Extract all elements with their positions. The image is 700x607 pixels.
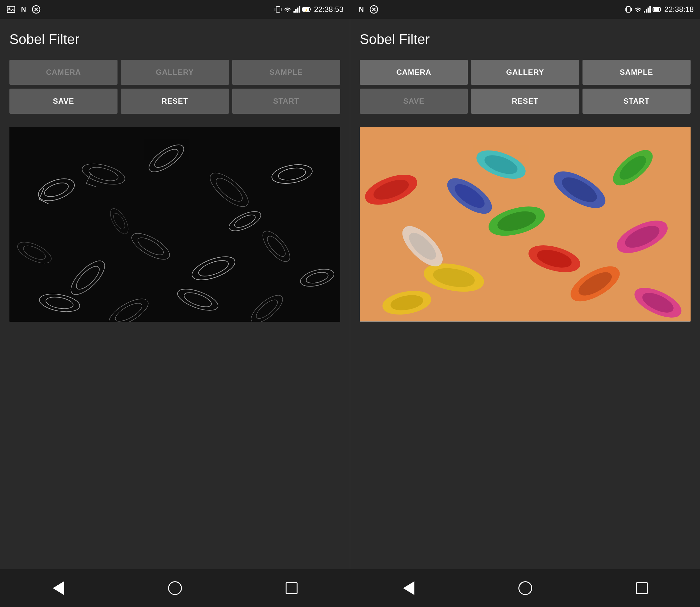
svg-rect-11 (297, 7, 298, 13)
left-time: 22:38:53 (314, 5, 343, 14)
svg-point-62 (637, 11, 638, 12)
left-home-button[interactable] (166, 579, 185, 598)
right-time: 22:38:18 (664, 5, 694, 14)
left-status-icons-left: N (6, 5, 41, 14)
svg-rect-66 (650, 6, 651, 13)
svg-text:⚡: ⚡ (304, 8, 308, 12)
svg-rect-69 (660, 8, 661, 11)
right-circle-cross-icon (369, 5, 379, 14)
svg-rect-59 (627, 6, 630, 12)
sobel-image (9, 127, 340, 322)
left-button-row-2: SAVE RESET START (9, 89, 340, 114)
back-icon (403, 581, 415, 595)
svg-rect-5 (276, 6, 280, 12)
right-button-row-2: SAVE RESET START (360, 89, 691, 114)
right-start-button[interactable]: START (582, 89, 691, 114)
right-button-row-1: CAMERA GALLERY SAMPLE (360, 60, 691, 85)
left-app-title: Sobel Filter (9, 32, 340, 47)
svg-rect-97 (360, 127, 691, 321)
svg-rect-68 (654, 8, 659, 11)
right-app-title: Sobel Filter (360, 32, 691, 47)
left-save-button[interactable]: SAVE (9, 89, 118, 114)
left-image-area (9, 127, 340, 557)
svg-rect-65 (648, 7, 649, 13)
right-phone-panel: N (350, 0, 700, 607)
left-sample-button[interactable]: SAMPLE (232, 60, 340, 85)
left-recents-button[interactable] (282, 579, 301, 598)
recents-icon (285, 582, 298, 594)
svg-point-8 (287, 11, 288, 12)
right-gallery-button[interactable]: GALLERY (471, 60, 579, 85)
right-image-container (360, 127, 691, 322)
left-status-bar: N (0, 0, 350, 19)
right-status-bar: N (350, 0, 700, 19)
right-recents-button[interactable] (633, 579, 651, 598)
svg-rect-17 (9, 127, 340, 322)
svg-rect-15 (310, 8, 311, 11)
circle-cross-icon (31, 5, 41, 14)
right-n-icon: N (357, 5, 366, 14)
right-save-button[interactable]: SAVE (360, 89, 468, 114)
left-button-row-1: CAMERA GALLERY SAMPLE (9, 60, 340, 85)
left-start-button[interactable]: START (232, 89, 340, 114)
left-camera-button[interactable]: CAMERA (9, 60, 118, 85)
right-camera-button[interactable]: CAMERA (360, 60, 468, 85)
right-sample-button[interactable]: SAMPLE (582, 60, 691, 85)
left-status-right: ⚡ 22:38:53 (275, 5, 343, 14)
right-nav-bar (350, 569, 700, 607)
svg-rect-10 (295, 9, 297, 13)
right-home-button[interactable] (516, 579, 535, 598)
left-back-button[interactable] (49, 579, 68, 598)
svg-rect-9 (294, 11, 295, 13)
left-phone-panel: N (0, 0, 350, 607)
home-icon (518, 581, 532, 595)
right-app-content: Sobel Filter CAMERA GALLERY SAMPLE SAVE … (350, 19, 700, 569)
svg-rect-12 (299, 6, 300, 13)
right-status-right: 22:38:18 (625, 5, 694, 14)
right-status-icons-right (625, 5, 662, 14)
left-status-icons-right: ⚡ (275, 5, 312, 14)
n-status-icon: N (19, 5, 28, 14)
left-gallery-button[interactable]: GALLERY (121, 60, 229, 85)
right-reset-button[interactable]: RESET (471, 89, 579, 114)
right-back-button[interactable] (399, 579, 418, 598)
gallery-status-icon (6, 5, 16, 14)
home-icon (168, 581, 182, 595)
svg-rect-0 (7, 6, 15, 13)
left-image-container (9, 127, 340, 322)
svg-rect-64 (646, 9, 647, 13)
svg-rect-63 (644, 11, 645, 13)
back-icon (53, 581, 64, 595)
left-app-content: Sobel Filter CAMERA GALLERY SAMPLE SAVE … (0, 19, 350, 569)
right-status-icons-left: N (357, 5, 379, 14)
recents-icon (636, 582, 648, 594)
left-reset-button[interactable]: RESET (121, 89, 229, 114)
right-image-area (360, 127, 691, 557)
color-paperclips-image (360, 127, 691, 322)
left-nav-bar (0, 569, 350, 607)
